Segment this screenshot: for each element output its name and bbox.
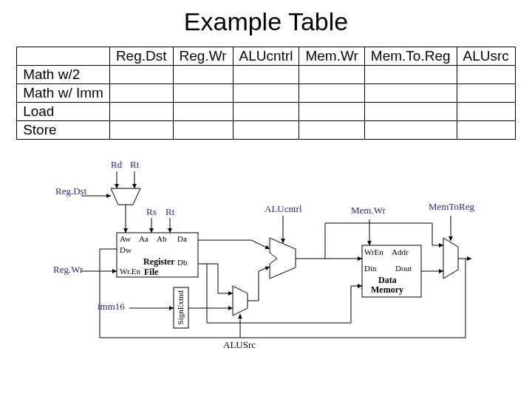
cell: [173, 103, 233, 121]
cell: [457, 66, 515, 84]
svg-line-10: [251, 240, 270, 249]
cell: [364, 121, 457, 140]
cell: [233, 121, 299, 140]
row-store: Store: [17, 121, 110, 140]
label-dout: Dout: [395, 264, 412, 273]
label-addr: Addr: [392, 248, 409, 256]
header-empty: [17, 47, 110, 66]
cell: [109, 121, 173, 140]
label-alusrc: ALUSrc: [223, 339, 256, 351]
cell: [173, 84, 233, 103]
cell: [173, 66, 233, 84]
row-load: Load: [17, 103, 110, 121]
cell: [299, 103, 364, 121]
label-db: Db: [177, 258, 187, 267]
row-math2: Math w/2: [17, 66, 110, 84]
label-aa: Aa: [139, 234, 149, 243]
row-mathimm: Math w/ Imm: [17, 84, 110, 103]
cell: [173, 121, 233, 140]
cell: [233, 84, 299, 103]
col-alucntrl: ALUcntrl: [233, 47, 299, 66]
col-regdst: Reg.Dst: [109, 47, 173, 66]
col-alusrc: ALUsrc: [457, 47, 515, 66]
label-dmem2: Memory: [371, 284, 403, 296]
label-memwr: Mem.Wr: [351, 205, 386, 216]
label-regwr: Reg.Wr: [53, 264, 83, 276]
label-regdst: Reg.Dst: [55, 185, 86, 197]
cell: [109, 84, 173, 103]
label-regfile1: Register: [143, 256, 175, 267]
table-row: Math w/2: [17, 66, 516, 84]
label-rd: Rd: [111, 159, 122, 171]
label-rt: Rt: [130, 159, 139, 171]
label-wren2: WrEn: [364, 248, 383, 256]
datapath-diagram: Rd Rt Reg.Dst Rs Rt Aw Aa Ab Da Dw Db Re…: [59, 153, 473, 360]
label-signext: SignExtnd: [176, 290, 185, 324]
col-memtoreg: Mem.To.Reg: [364, 47, 457, 66]
cell: [364, 66, 457, 84]
table-header-row: Reg.Dst Reg.Wr ALUcntrl Mem.Wr Mem.To.Re…: [17, 47, 516, 66]
col-regwr: Reg.Wr: [173, 47, 233, 66]
label-da: Da: [177, 234, 187, 243]
table-row: Load: [17, 103, 516, 121]
label-rs: Rs: [146, 206, 157, 218]
label-din: Din: [364, 264, 377, 273]
label-dw: Dw: [120, 245, 132, 254]
label-regfile2: File: [144, 267, 158, 278]
label-alucntrl: ALUcntrl: [265, 203, 302, 215]
label-memtoreg: MemToReg: [429, 201, 474, 213]
cell: [109, 103, 173, 121]
label-aw: Aw: [120, 234, 131, 243]
svg-line-24: [259, 267, 270, 271]
table-row: Store: [17, 121, 516, 140]
page-title: Example Table: [0, 0, 532, 47]
cell: [457, 84, 515, 103]
cell: [457, 121, 515, 140]
cell: [233, 66, 299, 84]
cell: [364, 103, 457, 121]
cell: [233, 103, 299, 121]
cell: [364, 84, 457, 103]
control-table: Reg.Dst Reg.Wr ALUcntrl Mem.Wr Mem.To.Re…: [16, 47, 516, 140]
cell: [457, 103, 515, 121]
col-memwr: Mem.Wr: [299, 47, 364, 66]
datapath-svg: [59, 153, 473, 360]
cell: [299, 84, 364, 103]
cell: [109, 66, 173, 84]
label-wren: Wr.En: [120, 267, 140, 276]
cell: [299, 66, 364, 84]
label-rt2: Rt: [166, 206, 174, 218]
table-row: Math w/ Imm: [17, 84, 516, 103]
cell: [299, 121, 364, 140]
label-ab: Ab: [157, 234, 166, 243]
label-imm16: imm16: [98, 301, 125, 313]
